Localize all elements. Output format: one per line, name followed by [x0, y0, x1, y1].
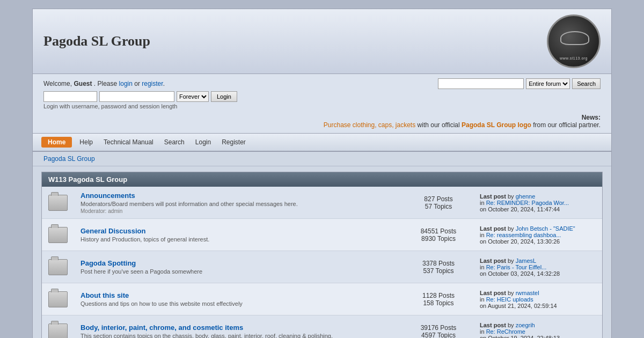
last-post-time: on August 21, 2024, 02:59:14 [480, 303, 557, 309]
forum-stats: 84551 Posts 8930 Topics [404, 223, 473, 247]
table-row: About this site Questions and tips on ho… [42, 283, 602, 315]
breadcrumb: Pagoda SL Group [33, 152, 611, 166]
password-input[interactable] [99, 91, 174, 102]
last-post-time: on October 20, 2024, 11:47:44 [480, 206, 560, 212]
forum-description: Moderators/Board members will post infor… [80, 201, 397, 207]
forum-stats: 1128 Posts 158 Topics [404, 288, 473, 311]
last-post-thread[interactable]: Re: ReChrome [486, 328, 525, 335]
nav-help[interactable]: Help [76, 137, 96, 148]
folder-icon [48, 324, 68, 339]
news-label: News: [582, 114, 601, 121]
session-info: Login with username, password and sessio… [43, 103, 601, 109]
forum-stats: 3378 Posts 537 Topics [404, 255, 473, 279]
table-row: General Discussion History and Productio… [42, 219, 602, 251]
forum-icon [42, 287, 74, 312]
last-post-label: Last post [480, 258, 506, 264]
forum-info: Announcements Moderators/Board members w… [74, 187, 404, 218]
last-post-author[interactable]: John Betsch - "SADIE" [516, 225, 575, 232]
username-input[interactable] [43, 91, 97, 102]
last-post-label: Last post [480, 225, 506, 232]
welcome-text: Welcome, Guest . Please login or registe… [43, 80, 165, 87]
forum-info: Pagoda Spotting Post here if you've seen… [74, 255, 404, 279]
forum-icon [42, 223, 74, 247]
forum-name[interactable]: Announcements [80, 192, 135, 200]
forum-container: W113 Pagoda SL Group Announcements Moder… [33, 166, 611, 338]
login-button[interactable]: Login [211, 91, 237, 102]
last-post-author[interactable]: JamesL [516, 258, 537, 264]
forum-topics: 4597 Topics [408, 332, 469, 339]
nav-register[interactable]: Register [218, 137, 249, 148]
forum-lastpost: Last post by ghenne in Re: REMINDER: Pag… [473, 189, 602, 217]
last-post-author[interactable]: ghenne [516, 193, 536, 200]
breadcrumb-link[interactable]: Pagoda SL Group [43, 155, 95, 163]
guest-label: Guest [74, 80, 92, 87]
forum-stats: 39176 Posts 4597 Topics [404, 320, 473, 339]
last-post-time: on October 20, 2024, 13:30:26 [480, 238, 560, 245]
forum-posts: 39176 Posts [408, 324, 469, 332]
forum-stats: 827 Posts 57 Topics [404, 191, 473, 215]
last-post-thread[interactable]: Re: HEIC uploads [486, 296, 533, 303]
last-post-thread[interactable]: Re: REMINDER: Pagoda Wor... [486, 200, 569, 206]
last-post-label: Last post [480, 193, 506, 200]
nav-login[interactable]: Login [192, 137, 214, 148]
forum-posts: 84551 Posts [408, 227, 469, 235]
forum-name[interactable]: Body, interior, paint, chrome, and cosme… [80, 324, 243, 332]
search-input[interactable] [438, 78, 524, 89]
nav-search[interactable]: Search [161, 137, 188, 148]
forum-lastpost: Last post by rwmastel in Re: HEIC upload… [473, 285, 602, 313]
folder-icon [48, 259, 68, 275]
forum-lastpost: Last post by zoegrih in Re: ReChrome on … [473, 318, 602, 339]
search-scope-select[interactable]: Entire forum [526, 78, 570, 89]
forum-posts: 1128 Posts [408, 292, 469, 299]
last-post-thread[interactable]: Re: Paris - Tour Eiffel... [486, 264, 547, 270]
last-post-author[interactable]: rwmastel [516, 290, 539, 296]
forum-name[interactable]: Pagoda Spotting [80, 259, 136, 267]
last-post-thread[interactable]: Re: reassembling dashboa... [486, 232, 561, 238]
forum-group-header: W113 Pagoda SL Group [42, 172, 602, 187]
forum-posts: 827 Posts [408, 195, 469, 203]
register-link[interactable]: register [142, 80, 163, 87]
forum-group: W113 Pagoda SL Group Announcements Moder… [41, 172, 603, 338]
forum-description: This section contains topics on the chas… [80, 333, 397, 338]
folder-icon [48, 195, 68, 211]
forum-name[interactable]: General Discussion [80, 227, 145, 235]
forum-name[interactable]: About this site [80, 291, 129, 299]
forum-description: Questions and tips on how to use this we… [80, 300, 397, 307]
news-clothing-link[interactable]: Purchase clothing, caps, jackets [324, 121, 415, 129]
forum-icon [42, 255, 74, 280]
forum-topics: 158 Topics [408, 299, 469, 307]
session-length-select[interactable]: Forever [177, 91, 209, 102]
news-logo-link[interactable]: Pagoda SL Group logo [462, 121, 531, 129]
nav-bar: Home Help Technical Manual Search Login … [33, 134, 611, 152]
news-area: News: Purchase clothing, caps, jackets w… [43, 114, 601, 129]
forum-description: Post here if you've seen a Pagoda somewh… [80, 268, 397, 275]
search-button[interactable]: Search [572, 78, 601, 89]
forum-description: History and Production, topics of genera… [80, 236, 397, 243]
login-link[interactable]: login [119, 80, 133, 87]
site-logo: www.sl113.org [547, 14, 601, 68]
forum-info: General Discussion History and Productio… [74, 223, 404, 247]
nav-home[interactable]: Home [41, 137, 72, 148]
folder-icon [48, 227, 68, 243]
logo-url: www.sl113.org [560, 56, 588, 60]
forum-topics: 537 Topics [408, 267, 469, 275]
table-row: Announcements Moderators/Board members w… [42, 187, 602, 219]
last-post-time: on October 19, 2024, 22:48:13 [480, 335, 560, 339]
last-post-author[interactable]: zoegrih [516, 322, 535, 328]
forum-icon [42, 319, 74, 339]
nav-technical-manual[interactable]: Technical Manual [100, 137, 157, 148]
forum-topics: 8930 Topics [408, 235, 469, 243]
forum-moderator: Moderator: admin [80, 208, 397, 214]
forum-info: Body, interior, paint, chrome, and cosme… [74, 319, 404, 338]
table-row: Body, interior, paint, chrome, and cosme… [42, 315, 602, 338]
last-post-time: on October 03, 2024, 14:32:28 [480, 270, 560, 277]
forum-topics: 57 Topics [408, 203, 469, 210]
forum-icon [42, 190, 74, 215]
table-row: Pagoda Spotting Post here if you've seen… [42, 251, 602, 283]
last-post-label: Last post [480, 322, 506, 328]
forum-lastpost: Last post by John Betsch - "SADIE" in Re… [473, 221, 602, 249]
forum-posts: 3378 Posts [408, 260, 469, 267]
forum-lastpost: Last post by JamesL in Re: Paris - Tour … [473, 253, 602, 281]
folder-icon [48, 291, 68, 307]
forum-info: About this site Questions and tips on ho… [74, 287, 404, 311]
